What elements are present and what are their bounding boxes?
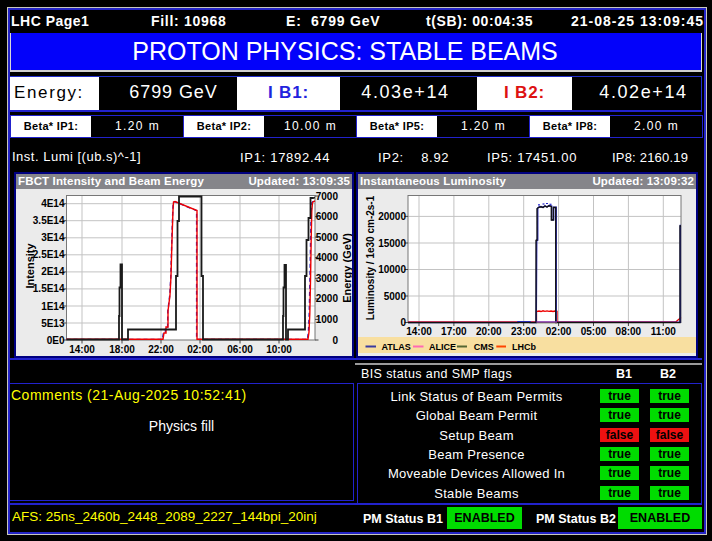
- svg-text:10000: 10000: [378, 264, 406, 275]
- svg-text:06:00: 06:00: [227, 344, 253, 355]
- svg-text:CMS: CMS: [474, 342, 494, 352]
- svg-text:1.5E14: 1.5E14: [33, 283, 65, 294]
- svg-text:10:00: 10:00: [266, 344, 292, 355]
- svg-text:3000: 3000: [316, 273, 339, 284]
- svg-text:5000: 5000: [384, 291, 407, 302]
- svg-text:Energy (GeV): Energy (GeV): [341, 233, 352, 303]
- svg-text:05:00: 05:00: [581, 326, 607, 337]
- svg-text:ATLAS: ATLAS: [381, 342, 410, 352]
- svg-text:02:00: 02:00: [187, 344, 213, 355]
- svg-text:4E14: 4E14: [41, 198, 65, 209]
- svg-text:14:00: 14:00: [406, 326, 432, 337]
- svg-text:5E13: 5E13: [41, 318, 65, 329]
- svg-text:Luminosity / 1e30 cm-2s-1: Luminosity / 1e30 cm-2s-1: [365, 195, 376, 320]
- svg-text:23:00: 23:00: [511, 326, 537, 337]
- svg-text:20:00: 20:00: [476, 326, 502, 337]
- svg-text:02:00: 02:00: [546, 326, 572, 337]
- svg-text:1E14: 1E14: [41, 301, 65, 312]
- svg-text:22:00: 22:00: [148, 344, 174, 355]
- svg-text:17:00: 17:00: [441, 326, 467, 337]
- svg-text:18:00: 18:00: [109, 344, 135, 355]
- svg-text:0: 0: [332, 335, 338, 346]
- svg-text:3.5E14: 3.5E14: [33, 215, 65, 226]
- svg-text:2000: 2000: [316, 293, 339, 304]
- svg-text:2E14: 2E14: [41, 266, 65, 277]
- svg-text:3E14: 3E14: [41, 232, 65, 243]
- svg-text:15000: 15000: [378, 238, 406, 249]
- svg-text:Intensity: Intensity: [24, 243, 36, 289]
- svg-text:7000: 7000: [316, 191, 339, 202]
- svg-text:6000: 6000: [316, 211, 339, 222]
- svg-text:ALICE: ALICE: [429, 342, 456, 352]
- svg-text:14:00: 14:00: [69, 344, 95, 355]
- svg-text:08:00: 08:00: [616, 326, 642, 337]
- svg-text:2.5E14: 2.5E14: [33, 249, 65, 260]
- svg-text:1000: 1000: [316, 314, 339, 325]
- svg-text:11:00: 11:00: [651, 326, 676, 337]
- svg-text:LHCb: LHCb: [512, 342, 536, 352]
- svg-text:20000: 20000: [378, 211, 406, 222]
- svg-text:5000: 5000: [316, 232, 339, 243]
- svg-text:0E0: 0E0: [47, 335, 65, 346]
- svg-text:4000: 4000: [316, 252, 339, 263]
